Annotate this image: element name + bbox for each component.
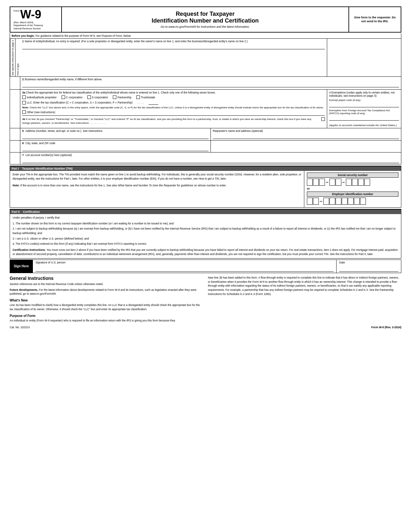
ssn-box3[interactable]	[319, 179, 325, 186]
section-refs: Section references are to the Internal R…	[10, 282, 203, 286]
other-row: Other (see instructions)	[22, 110, 325, 114]
sign-fields: Signature of U.S. person Date	[33, 260, 401, 273]
checkbox-row1: Individual/sole proprietor C corporation…	[22, 95, 325, 99]
gen-right: New line 3b has been added to this form.…	[208, 276, 401, 324]
exempt-payee-input[interactable]	[329, 102, 399, 107]
exemptions-col: 4 Exemptions (codes apply only to certai…	[327, 90, 401, 128]
ein-box9[interactable]	[360, 198, 366, 205]
ssn-dash2: –	[342, 180, 345, 185]
tin-left: Enter your TIN in the appropriate box. T…	[10, 171, 304, 207]
side-spacer2	[10, 90, 20, 128]
ein-box6[interactable]	[342, 198, 347, 205]
side-spacer5	[10, 153, 20, 164]
cb-individual: Individual/sole proprietor	[22, 95, 57, 99]
tin-right: Social security number – – or Employer	[304, 171, 401, 207]
future-devs: Future developments. For the latest info…	[10, 288, 203, 296]
requester-right2	[211, 141, 401, 152]
ein-box8[interactable]	[354, 198, 360, 205]
main-title: Request for Taxpayer	[176, 11, 235, 17]
field2-input[interactable]	[22, 82, 399, 87]
exemptions-right	[327, 39, 401, 77]
llc-code-input[interactable]	[149, 100, 158, 105]
ein-box5[interactable]	[336, 198, 341, 205]
applies-note: (Applies to accounts maintained outside …	[329, 124, 399, 127]
llc-row: LLC. Enter the tax classification (C = C…	[22, 100, 325, 105]
row-name: See Specific Instructions on page 3. Pri…	[10, 39, 401, 77]
date-label: Date	[339, 261, 398, 264]
ssn-box5[interactable]	[336, 179, 341, 186]
header-right: Give form to the requester. Do not send …	[349, 7, 401, 32]
ssn-dash1: –	[326, 180, 328, 185]
cb-partnership-box[interactable]	[113, 95, 116, 99]
before-begin-label: Before you begin.	[12, 34, 35, 37]
side-spacer	[10, 77, 20, 89]
ssn-box8[interactable]	[358, 179, 364, 186]
ein-box4[interactable]	[329, 198, 335, 205]
sig-input[interactable]	[35, 265, 334, 272]
tin-body: Enter your TIN in the appropriate box. T…	[10, 171, 401, 207]
exempt-payee-area: Exempt payee code (if any)	[329, 99, 399, 107]
field3b: 3b If on line 3a you checked "Partnershi…	[22, 115, 325, 125]
cb-individual-box[interactable]	[22, 95, 26, 99]
field1-input[interactable]	[22, 44, 325, 49]
cat-no: Cat. No. 10231X	[10, 326, 30, 329]
purpose-text: An individual or entity (Form W-9 reques…	[10, 319, 203, 323]
ssn-box9[interactable]	[364, 179, 370, 186]
field5-input[interactable]	[22, 133, 209, 139]
ein-box3[interactable]	[323, 198, 329, 205]
form-footer-label: Form W-9 (Rev. 3-2024)	[371, 326, 401, 329]
rev-date: (Rev. March 2024)	[14, 21, 58, 24]
before-begin: Before you begin. For guidance related t…	[10, 33, 401, 39]
ssn-box6[interactable]	[346, 179, 352, 186]
ssn-box4[interactable]	[329, 179, 335, 186]
field6-input[interactable]	[22, 145, 209, 151]
row-account: 7 List account number(s) here (optional)	[10, 153, 401, 164]
or-text: or	[307, 187, 398, 190]
form-word: Form	[14, 9, 20, 12]
side-spacer4	[10, 141, 20, 152]
dept1: Department of the Treasury	[14, 24, 58, 27]
cb-llc-box[interactable]	[22, 101, 26, 104]
fatca-input[interactable]	[329, 115, 399, 121]
cb-other-box[interactable]	[22, 110, 26, 114]
row-3a-4: 3a Check the appropriate box for federal…	[10, 90, 401, 128]
ssn-box7[interactable]	[352, 179, 358, 186]
form-w9-label: Form W-9	[14, 9, 58, 20]
page-footer: Cat. No. 10231X Form W-9 (Rev. 3-2024)	[10, 326, 401, 329]
tin-note: Note: If the account is in more than one…	[13, 183, 301, 188]
field5-area: 5 Address (number, street, and apt. or s…	[20, 128, 211, 140]
part1-header: Part I Taxpayer Identification Number (T…	[10, 166, 401, 171]
ein-box7[interactable]	[348, 198, 354, 205]
form-number: W-9	[20, 9, 41, 20]
field2-label: 2Business name/disregarded entity name, …	[22, 78, 399, 81]
cb-ccorp-box[interactable]	[62, 95, 65, 99]
cert-item1: 1. The number shown on this form is my c…	[13, 222, 398, 226]
ssn-box2[interactable]	[313, 179, 319, 186]
cb-3b-box[interactable]	[321, 117, 325, 121]
exemptions-title: 4 Exemptions (codes apply only to certai…	[329, 91, 399, 97]
form-header: Form W-9 (Rev. March 2024) Department of…	[10, 6, 401, 33]
date-input[interactable]	[339, 265, 398, 272]
header-center: Request for Taxpayer Identification Numb…	[62, 7, 349, 32]
cb-trust-box[interactable]	[136, 95, 140, 99]
cb-scorp-box[interactable]	[87, 95, 91, 99]
row-business: 2Business name/disregarded entity name, …	[10, 77, 401, 90]
cb-trust: Trust/estate	[136, 95, 155, 99]
ein-dash: –	[320, 199, 322, 204]
ssn-box1[interactable]	[307, 179, 313, 186]
gen-left: General Instructions Section references …	[10, 276, 203, 324]
cb-llc: LLC. Enter the tax classification (C = C…	[22, 101, 132, 104]
field3a-note: Note: Check the "LLC" box above and, in …	[22, 106, 325, 109]
whats-new-heading: What's New	[10, 299, 203, 302]
field7-input[interactable]	[22, 157, 399, 163]
right-col-text: New line 3b has been added to this form.…	[208, 276, 401, 296]
form-body: See Specific Instructions on page 3. Pri…	[10, 39, 401, 165]
ein-box1[interactable]	[307, 198, 313, 205]
fatca-area: Exemption from Foreign Account Tax Compl…	[329, 109, 399, 121]
side-spacer3	[10, 128, 20, 140]
purpose-heading: Purpose of Form	[10, 314, 203, 318]
requester-input[interactable]	[213, 133, 399, 139]
ein-box2[interactable]	[313, 198, 319, 205]
give-form-text: Give form to the requester. Do not send …	[352, 15, 397, 24]
cb-other: Other (see instructions)	[22, 110, 55, 114]
